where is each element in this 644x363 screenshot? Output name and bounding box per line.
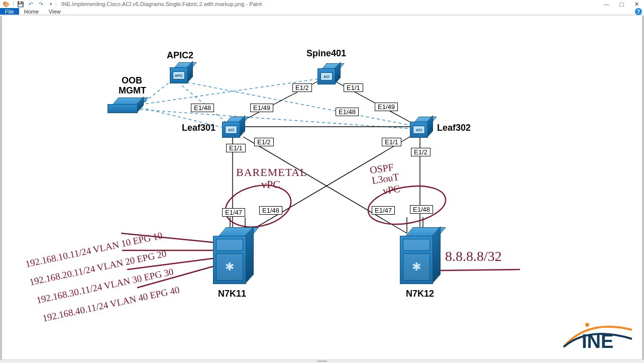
- paint-app-icon: 🎨: [2, 1, 10, 8]
- minimize-button[interactable]: —: [599, 0, 614, 8]
- svg-line-3: [140, 79, 318, 105]
- label-leaf302: Leaf302: [437, 123, 471, 133]
- maximize-button[interactable]: ▢: [614, 0, 629, 8]
- port-leaf301-dn-e12: E1/2: [254, 138, 274, 146]
- label-oob-2: MGMT: [119, 85, 146, 96]
- device-leaf301: ACI: [222, 117, 243, 138]
- port-spine-e11: E1/1: [344, 83, 363, 92]
- port-leaf302-e149: E1/49: [375, 103, 398, 111]
- port-leaf302-dn-e12: E1/2: [411, 148, 431, 156]
- undo-icon[interactable]: ↶: [27, 1, 35, 8]
- svg-line-19: [441, 269, 519, 270]
- label-apic2: APIC2: [167, 50, 193, 61]
- port-leaf301-e148: E1/48: [191, 104, 214, 112]
- quick-access-toolbar: 🎨 💾 ↶ ↷ ▾: [0, 1, 55, 8]
- markup-vpc-right: vPC: [382, 183, 401, 197]
- port-leaf302-dn-e11: E1/1: [382, 138, 401, 146]
- redo-icon[interactable]: ↷: [37, 1, 45, 8]
- device-spine401: ACI: [317, 63, 339, 84]
- device-leaf302: ACI: [410, 117, 431, 138]
- window-buttons: — ▢ ✕: [599, 0, 644, 8]
- markup-baremetal: BAREMETAL: [236, 166, 307, 179]
- qat-separator: [13, 1, 14, 7]
- save-icon[interactable]: 💾: [17, 1, 25, 8]
- label-n7k12: N7K12: [406, 289, 434, 299]
- device-oob-mgmt: [108, 98, 143, 115]
- qat-customize-icon[interactable]: ▾: [47, 1, 55, 8]
- tab-home[interactable]: Home: [19, 8, 44, 15]
- port-n7k11-e148: E1/48: [259, 206, 282, 215]
- brand-text: INE: [582, 331, 613, 352]
- markup-vpc-left: vPC: [261, 178, 280, 191]
- label-oob-1: OOB: [122, 75, 142, 86]
- qat-separator-2: [56, 1, 56, 7]
- port-leaf301-dn-e11: E1/1: [226, 144, 246, 152]
- label-n7k11: N7K11: [218, 289, 246, 299]
- port-leaf302-e148: E1/48: [336, 108, 359, 116]
- svg-point-24: [585, 323, 589, 327]
- status-bar: [0, 359, 644, 363]
- help-icon[interactable]: ?: [635, 8, 642, 15]
- svg-line-2: [140, 110, 411, 129]
- port-n7k12-e147: E1/47: [372, 206, 395, 215]
- close-button[interactable]: ✕: [629, 0, 644, 8]
- paint-canvas[interactable]: APIC2 Spine401 OOB MGMT Leaf301 Leaf302 …: [2, 16, 642, 360]
- tab-file[interactable]: File: [0, 8, 19, 15]
- svg-point-17: [222, 179, 295, 233]
- port-leaf301-e149: E1/49: [250, 104, 273, 112]
- label-spine401: Spine401: [306, 48, 346, 59]
- device-n7k12: ✱: [400, 227, 440, 288]
- svg-point-18: [365, 180, 449, 230]
- network-diagram: APIC2 Spine401 OOB MGMT Leaf301 Leaf302 …: [2, 16, 642, 360]
- window-titlebar: 🎨 💾 ↶ ↷ ▾ INE.Implementing.Cisco.ACI.v5.…: [0, 0, 644, 8]
- port-n7k11-e147: E1/47: [222, 208, 245, 217]
- canvas-scrollarea[interactable]: APIC2 Spine401 OOB MGMT Leaf301 Leaf302 …: [0, 16, 644, 360]
- device-n7k11: ✱: [213, 227, 253, 288]
- brand-logo: INE: [532, 322, 633, 353]
- ribbon-tabstrip: File Home View ?: [0, 8, 644, 15]
- port-n7k12-e148: E1/48: [410, 205, 433, 214]
- tab-view[interactable]: View: [44, 8, 66, 15]
- window-title: INE.Implementing.Cisco.ACI.v5.Diagrams.S…: [61, 1, 262, 7]
- port-spine-e12: E1/2: [292, 83, 312, 92]
- markup-route: 8.8.8.8/32: [445, 248, 502, 264]
- label-leaf301: Leaf301: [182, 123, 216, 133]
- device-apic2: APIC: [170, 62, 191, 83]
